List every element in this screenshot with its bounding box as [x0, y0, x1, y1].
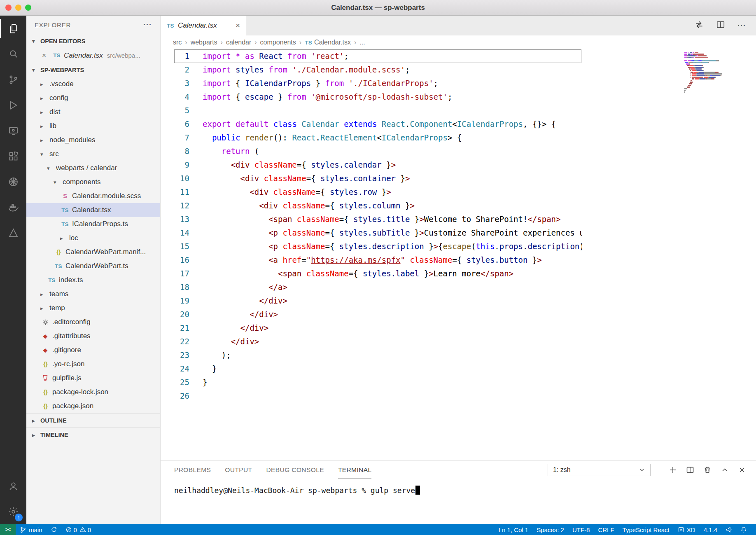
tree-item-config[interactable]: ▸config: [26, 91, 160, 105]
language-mode-status[interactable]: TypeScript React: [618, 526, 674, 533]
tree-item-dist[interactable]: ▸dist: [26, 105, 160, 119]
panel-tab-output[interactable]: OUTPUT: [225, 461, 252, 479]
workspace-header[interactable]: ▾ SP-WEBPARTS: [26, 63, 160, 77]
tree-item-index-ts[interactable]: TSindex.ts: [26, 273, 160, 287]
terminal[interactable]: neilhaddley@Neils-MacBook-Air sp-webpart…: [161, 479, 756, 524]
close-window-button[interactable]: [5, 5, 12, 11]
tree-item-calendar-module-scss[interactable]: SCalendar.module.scss: [26, 189, 160, 203]
feedback-status[interactable]: [721, 526, 736, 533]
tree-item-lib[interactable]: ▸lib: [26, 119, 160, 133]
breadcrumb-item-[interactable]: ...: [359, 39, 365, 46]
split-terminal-icon[interactable]: [686, 466, 694, 474]
code-line-14: 14 <p className={ styles.subTitle }>Cust…: [161, 226, 582, 240]
code-text: </div>: [189, 308, 278, 321]
sync-status[interactable]: [47, 526, 61, 533]
chevron-right-icon: ▸: [32, 432, 40, 438]
chevron-right-icon: ▸: [40, 305, 49, 311]
breadcrumb-item-src[interactable]: src: [173, 39, 182, 46]
close-panel-icon[interactable]: [738, 466, 746, 474]
tree-item-calendarwebpart-manif[interactable]: {}CalendarWebPart.manif...: [26, 245, 160, 259]
tree-item-package-lock-json[interactable]: {}package-lock.json: [26, 385, 160, 399]
version-status[interactable]: 4.1.4: [700, 526, 721, 533]
minimize-window-button[interactable]: [15, 5, 21, 11]
tab-close-icon[interactable]: ×: [236, 21, 240, 30]
kill-terminal-trash-icon[interactable]: [703, 466, 712, 474]
extensions-icon[interactable]: [0, 143, 26, 169]
breadcrumb-item-calendar-tsx[interactable]: TSCalendar.tsx: [305, 39, 351, 46]
gulp-file-icon: [40, 375, 50, 382]
code-editor[interactable]: 1import * as React from 'react';2import …: [161, 49, 756, 460]
tree-item-src[interactable]: ▾src: [26, 147, 160, 161]
tree-item-calendar-tsx[interactable]: TSCalendar.tsx: [26, 203, 160, 217]
line-number: 6: [161, 117, 189, 131]
line-number: 23: [161, 348, 189, 362]
tree-item-components[interactable]: ▾components: [26, 175, 160, 189]
tree-item-yo-rc-json[interactable]: {}.yo-rc.json: [26, 357, 160, 371]
open-changes-icon[interactable]: [695, 20, 704, 31]
tree-item-node-modules[interactable]: ▸node_modules: [26, 133, 160, 147]
tab-calendar-tsx[interactable]: TS Calendar.tsx ×: [161, 16, 246, 35]
window-titlebar: Calendar.tsx — sp-webparts: [0, 0, 756, 16]
docker-icon[interactable]: [0, 194, 26, 220]
tree-item-webparts-calendar[interactable]: ▾webparts / calendar: [26, 161, 160, 175]
breadcrumb-item-calendar[interactable]: calendar: [226, 39, 251, 46]
code-line-18: 18 </a>: [161, 280, 582, 294]
sidebar-more-actions-icon[interactable]: ···: [143, 21, 152, 29]
breadcrumb-item-webparts[interactable]: webparts: [191, 39, 217, 46]
tree-item-package-json[interactable]: {}package.json: [26, 399, 160, 413]
panel-tab-problems[interactable]: PROBLEMS: [174, 461, 211, 479]
run-and-debug-icon[interactable]: [0, 92, 26, 118]
azure-icon[interactable]: [0, 220, 26, 245]
panel-tab-debug-console[interactable]: DEBUG CONSOLE: [266, 461, 324, 479]
tree-item-vscode[interactable]: ▸.vscode: [26, 77, 160, 91]
git-branch-status[interactable]: main: [16, 526, 47, 533]
error-icon: [65, 526, 72, 533]
tree-item-label: webparts / calendar: [56, 164, 117, 172]
kubernetes-icon[interactable]: [0, 169, 26, 194]
source-control-icon[interactable]: [0, 67, 26, 92]
editor-more-actions-icon[interactable]: ···: [737, 21, 746, 30]
open-editor-item[interactable]: × TS Calendar.tsx src/webpa...: [26, 48, 160, 63]
tree-item-loc[interactable]: ▸loc: [26, 231, 160, 245]
minimap[interactable]: [684, 52, 754, 95]
chevron-right-icon: ▸: [40, 109, 49, 115]
remote-indicator[interactable]: ><: [0, 524, 16, 535]
terminal-shell-select[interactable]: 1: zsh: [548, 464, 651, 476]
maximize-panel-chevron-icon[interactable]: [721, 466, 729, 474]
line-number: 5: [161, 104, 189, 117]
tree-item-icalendarprops-ts[interactable]: TSICalendarProps.ts: [26, 217, 160, 231]
xd-extension-status[interactable]: XD: [674, 526, 700, 533]
eol-status[interactable]: CRLF: [594, 526, 618, 533]
open-editors-header[interactable]: ▾ OPEN EDITORS: [26, 34, 160, 48]
encoding-status[interactable]: UTF-8: [568, 526, 594, 533]
notifications-status[interactable]: [736, 526, 751, 533]
code-area[interactable]: 1import * as React from 'react';2import …: [161, 49, 582, 460]
chevron-right-icon: ▸: [40, 95, 49, 101]
split-editor-icon[interactable]: [716, 20, 725, 31]
tree-item-calendarwebpart-ts[interactable]: TSCalendarWebPart.ts: [26, 259, 160, 273]
code-text: <div className={ styles.calendar }>: [189, 158, 396, 172]
breadcrumb-item-components[interactable]: components: [260, 39, 296, 46]
new-terminal-icon[interactable]: [669, 466, 677, 474]
timeline-header[interactable]: ▸ TIMELINE: [26, 428, 160, 442]
problems-status[interactable]: 0 0: [61, 526, 96, 533]
tree-item-temp[interactable]: ▸temp: [26, 301, 160, 315]
close-icon[interactable]: ×: [42, 51, 52, 60]
tree-item-editorconfig[interactable]: .editorconfig: [26, 315, 160, 329]
search-icon[interactable]: [0, 41, 26, 67]
outline-header[interactable]: ▸ OUTLINE: [26, 413, 160, 428]
code-line-11: 11 <div className={ styles.row }>: [161, 185, 582, 199]
explorer-icon[interactable]: [0, 16, 26, 41]
tree-item-label: index.ts: [59, 276, 83, 284]
tree-item-gitignore[interactable]: ◆.gitignore: [26, 343, 160, 357]
accounts-icon[interactable]: [0, 473, 26, 499]
indentation-status[interactable]: Spaces: 2: [532, 526, 568, 533]
tree-item-gitattributes[interactable]: ◆.gitattributes: [26, 329, 160, 343]
remote-explorer-icon[interactable]: [0, 118, 26, 143]
settings-gear-icon[interactable]: 1: [0, 499, 26, 524]
panel-tab-terminal[interactable]: TERMINAL: [338, 461, 372, 479]
zoom-window-button[interactable]: [25, 5, 31, 11]
tree-item-teams[interactable]: ▸teams: [26, 287, 160, 301]
cursor-position-status[interactable]: Ln 1, Col 1: [495, 526, 533, 533]
tree-item-gulpfile-js[interactable]: gulpfile.js: [26, 371, 160, 385]
